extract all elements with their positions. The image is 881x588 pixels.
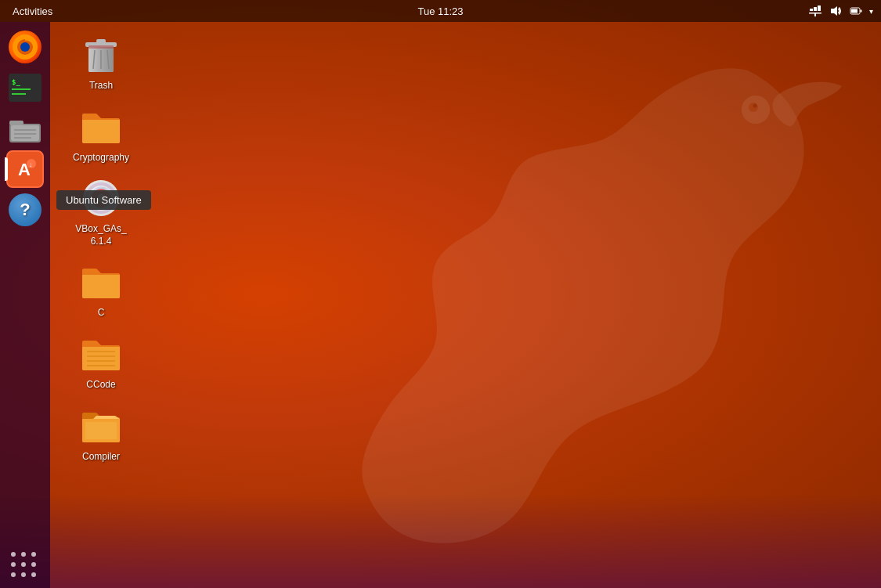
desktop-icons-area: Trash Cryptography	[50, 22, 152, 480]
firefox-icon	[9, 31, 42, 63]
svg-marker-8	[831, 6, 837, 16]
svg-rect-11	[851, 9, 858, 13]
svg-point-14	[20, 42, 30, 52]
desktop-icon-compiler[interactable]: Compiler	[66, 401, 136, 467]
svg-rect-36	[88, 45, 114, 49]
network-icon[interactable]	[808, 4, 822, 18]
ccode-icon-image	[79, 332, 123, 376]
dock: $_ A	[0, 22, 50, 588]
svg-point-44	[98, 195, 104, 201]
panel-clock[interactable]: Tue 11:23	[417, 5, 463, 17]
svg-rect-10	[861, 10, 862, 13]
volume-icon[interactable]	[829, 4, 843, 18]
apps-grid-dot	[21, 572, 26, 577]
desktop-icon-vbox[interactable]: VBox_GAs_6.1.4	[66, 173, 136, 251]
apps-grid-dot	[11, 572, 16, 577]
svg-rect-20	[9, 121, 23, 125]
c-folder-icon	[81, 264, 121, 300]
svg-rect-3	[810, 9, 813, 11]
system-menu-arrow[interactable]: ▾	[869, 7, 873, 16]
desktop: Activities Tue 11:23	[0, 0, 881, 588]
trash-icon-image	[79, 33, 123, 77]
ccode-label: CCode	[86, 379, 115, 391]
vbox-icon-image	[79, 176, 123, 220]
ccode-folder-icon	[81, 336, 121, 372]
battery-icon[interactable]	[849, 4, 863, 18]
svg-rect-21	[11, 125, 39, 141]
vbox-cd-icon	[81, 179, 121, 218]
cryptography-label: Cryptography	[73, 152, 129, 164]
trash-icon	[82, 34, 120, 75]
svg-rect-4	[814, 7, 817, 11]
compiler-label: Compiler	[82, 451, 120, 464]
terminal-icon: $_	[9, 74, 42, 102]
apps-grid-dot	[31, 572, 36, 577]
cryptography-icon-image	[79, 105, 123, 149]
apps-grid-dot	[31, 562, 36, 567]
svg-text:$_: $_	[12, 78, 20, 86]
trash-label: Trash	[89, 80, 113, 92]
svg-rect-7	[814, 13, 816, 16]
software-center-icon: A ↓	[10, 154, 40, 184]
help-icon: ?	[9, 193, 42, 226]
apps-grid-dot	[11, 562, 16, 567]
desktop-background-bird	[294, 23, 842, 556]
panel-right: ▾	[808, 4, 873, 18]
desktop-icon-ccode[interactable]: CCode	[66, 329, 136, 395]
apps-grid-dot	[31, 552, 36, 557]
apps-grid-dot	[21, 552, 26, 557]
desktop-icon-cryptography[interactable]: Cryptography	[66, 102, 136, 168]
activities-button[interactable]: Activities	[8, 0, 57, 22]
svg-point-2	[753, 104, 757, 108]
svg-rect-32	[96, 39, 106, 43]
show-applications-button[interactable]	[11, 552, 39, 580]
dock-item-help[interactable]: ?	[6, 191, 44, 229]
compiler-icon-image	[79, 404, 123, 448]
apps-grid-dot	[11, 552, 16, 557]
desktop-icon-c[interactable]: C	[66, 257, 136, 323]
svg-point-1	[749, 103, 758, 112]
cryptography-folder-icon	[81, 109, 121, 145]
c-label: C	[98, 307, 105, 319]
c-icon-image	[79, 260, 123, 304]
desktop-icon-trash[interactable]: Trash	[66, 30, 136, 96]
svg-text:↓: ↓	[29, 161, 33, 168]
compiler-folder-icon	[81, 408, 121, 444]
panel-left: Activities	[8, 0, 57, 22]
dock-item-terminal[interactable]: $_	[6, 69, 44, 106]
dock-item-files[interactable]	[6, 110, 44, 147]
files-icon	[8, 113, 42, 144]
apps-grid-dot	[21, 562, 26, 567]
top-panel: Activities Tue 11:23	[0, 0, 881, 22]
dock-item-firefox[interactable]	[6, 28, 44, 66]
vbox-label: VBox_GAs_6.1.4	[75, 223, 126, 247]
dock-item-ubuntu-software[interactable]: A ↓	[6, 150, 44, 188]
svg-rect-5	[818, 5, 821, 11]
